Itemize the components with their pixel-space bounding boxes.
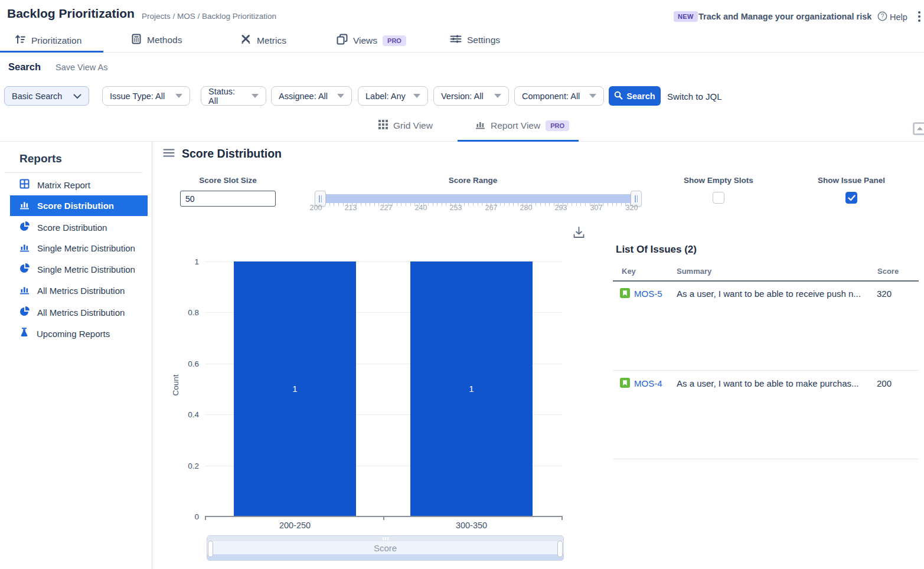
show-empty-slots-checkbox[interactable] (713, 192, 724, 204)
filter-component[interactable]: Component: All (514, 86, 604, 106)
sidebar-title: Reports (19, 152, 62, 165)
sidebar-item-matrix-report[interactable]: Matrix Report (10, 174, 148, 195)
range-tick: 200 (303, 204, 329, 212)
y-axis-title: Count (171, 370, 180, 401)
story-icon (620, 378, 630, 390)
tab-views[interactable]: Views PRO (337, 34, 406, 47)
score-range-slider-track[interactable] (316, 194, 639, 203)
tab-grid-view[interactable]: Grid View (378, 120, 433, 132)
tab-report-view[interactable]: Report View PRO (475, 120, 569, 132)
issue-key-link[interactable]: MOS-5 (634, 289, 662, 299)
issues-panel-title: List Of Issues (2) (616, 244, 697, 256)
save-view-as-link[interactable]: Save View As (55, 63, 107, 72)
sidebar-divider (152, 142, 152, 569)
caret-down-icon (494, 94, 501, 98)
y-axis-tick: 0 (174, 512, 199, 521)
switch-to-jql-link[interactable]: Switch to JQL (667, 91, 722, 102)
caret-down-icon (175, 94, 182, 98)
caret-down-icon (413, 94, 420, 98)
range-tick: 253 (443, 204, 469, 212)
tab-metrics[interactable]: Metrics (240, 34, 286, 47)
filter-version[interactable]: Version: All (433, 86, 509, 106)
scrollbar-handle-right[interactable] (557, 541, 563, 557)
caret-down-icon (589, 94, 596, 98)
filter-issue-type[interactable]: Issue Type: All (102, 86, 190, 106)
pie-chart-icon (19, 263, 30, 275)
download-chart-icon[interactable] (572, 226, 586, 241)
caret-down-icon (252, 94, 259, 98)
x-category-label: 200-250 (234, 521, 356, 530)
table-header-divider (613, 280, 919, 282)
issue-key-link[interactable]: MOS-4 (634, 378, 662, 388)
filter-assignee[interactable]: Assignee: All (271, 86, 352, 106)
chart-x-scrollbar[interactable]: Score (207, 535, 564, 561)
sidebar-item-label: Matrix Report (37, 180, 90, 190)
show-issue-panel-checkbox[interactable] (845, 192, 857, 204)
sidebar-item-label: Single Metric Distribution (37, 243, 135, 253)
sidebar-item-label: All Metrics Distribution (37, 308, 125, 318)
sidebar-item-label: Upcoming Reports (37, 329, 110, 339)
search-icon (614, 91, 623, 102)
basic-search-dropdown[interactable]: Basic Search (4, 86, 89, 106)
kebab-menu-icon[interactable] (915, 10, 924, 23)
filter-label: Issue Type: All (110, 91, 165, 101)
collapse-panel-icon[interactable] (913, 122, 924, 138)
tab-label: Methods (147, 35, 182, 45)
filter-label: Component: All (522, 91, 580, 101)
tab-settings[interactable]: Settings (450, 34, 500, 47)
column-header-score: Score (877, 267, 899, 276)
sidebar-item-score-distribution-bar[interactable]: Score Distribution (10, 195, 148, 216)
scrollbar-bottom-band (207, 554, 563, 561)
search-button[interactable]: Search (609, 86, 661, 106)
sidebar-item-all-metrics-bar[interactable]: All Metrics Distribution (10, 280, 148, 301)
tab-label: Report View (491, 120, 540, 131)
x-axis-tick-mark (383, 517, 384, 520)
column-header-summary: Summary (677, 267, 711, 276)
report-title: Score Distribution (182, 147, 282, 161)
column-header-key: Key (622, 267, 636, 276)
sidebar-item-score-distribution-pie[interactable]: Score Distribution (10, 217, 148, 238)
filter-label: Status: All (208, 87, 246, 106)
bar-chart-icon (19, 243, 30, 254)
question-icon: ? (877, 11, 887, 23)
bar-chart-icon (475, 120, 485, 132)
range-tick: 320 (619, 204, 645, 212)
sidebar-item-upcoming-reports[interactable]: Upcoming Reports (10, 323, 148, 344)
new-badge: NEW (674, 11, 698, 22)
sidebar-item-single-metric-bar[interactable]: Single Metric Distribution (10, 237, 148, 259)
sidebar-item-single-metric-pie[interactable]: Single Metric Distribution (10, 259, 148, 280)
bar-chart-icon (19, 200, 30, 211)
caret-down-icon (337, 94, 344, 98)
announcement-text[interactable]: Track and Manage your organizational ris… (698, 12, 871, 21)
hamburger-icon[interactable] (163, 148, 175, 160)
issue-summary: As a user, I want to be able to receive … (677, 289, 861, 299)
range-tick: 307 (583, 204, 609, 212)
bar-chart-icon (19, 285, 30, 296)
calculator-icon (131, 34, 142, 47)
help-button[interactable]: ? Help (877, 11, 907, 23)
sidebar-title-divider (5, 172, 142, 173)
y-axis-tick: 0.2 (174, 462, 199, 470)
breadcrumb[interactable]: Projects / MOS / Backlog Prioritization (142, 12, 276, 21)
help-label: Help (890, 12, 907, 22)
scrollbar-handle-left[interactable] (208, 541, 213, 557)
sidebar-item-label: Single Metric Distribution (37, 264, 135, 274)
y-axis-tick: 0.4 (174, 410, 199, 419)
issue-score: 320 (877, 289, 892, 299)
tab-label: Prioritization (31, 35, 81, 46)
y-axis-tick: 0.6 (174, 359, 199, 368)
filter-label: Assignee: All (279, 91, 328, 101)
story-icon (620, 288, 630, 300)
filter-status[interactable]: Status: All (201, 86, 266, 106)
tab-prioritization[interactable]: Prioritization (15, 34, 81, 47)
score-slot-size-input[interactable] (180, 191, 276, 207)
tab-methods[interactable]: Methods (131, 34, 182, 47)
range-tick: 267 (478, 204, 504, 212)
sidebar-item-all-metrics-pie[interactable]: All Metrics Distribution (10, 302, 148, 323)
pro-badge: PRO (546, 120, 569, 131)
scrollbar-grip-icon[interactable] (383, 537, 388, 540)
chevron-down-icon (73, 91, 81, 101)
basic-search-label: Basic Search (12, 91, 62, 101)
tab-label: Metrics (257, 35, 286, 46)
filter-label-any[interactable]: Label: Any (358, 86, 428, 106)
